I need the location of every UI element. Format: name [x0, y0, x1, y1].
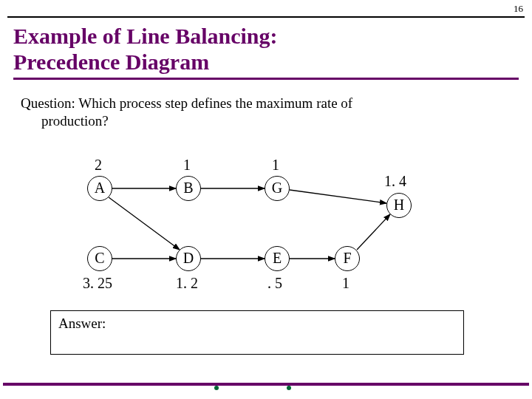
- edge-A-D: [109, 197, 180, 250]
- title-line-2: Precedence Diagram: [13, 50, 209, 74]
- question-line-2: production?: [41, 113, 109, 129]
- answer-box: Answer:: [50, 310, 464, 355]
- time-label-B: 1: [183, 157, 191, 174]
- node-G: G: [265, 176, 290, 201]
- time-label-H: 1. 4: [384, 173, 406, 190]
- slide: 16 Example of Line Balancing: Precedence…: [0, 0, 532, 399]
- time-label-G: 1: [272, 157, 279, 174]
- time-label-E: . 5: [267, 275, 282, 292]
- node-A: A: [87, 176, 112, 201]
- node-D: D: [176, 246, 201, 271]
- title-line-1: Example of Line Balancing:: [13, 24, 278, 48]
- node-H: H: [386, 193, 412, 218]
- question-text: Question: Which process step defines the…: [21, 95, 511, 130]
- question-line-1: Question: Which process step defines the…: [21, 95, 352, 111]
- node-F: F: [335, 246, 360, 271]
- precedence-diagram: 2 1 1 1. 4 A B G H C D E F 3. 25 1. 2 . …: [0, 148, 532, 310]
- node-C: C: [87, 246, 112, 271]
- slide-title: Example of Line Balancing: Precedence Di…: [13, 24, 519, 75]
- answer-label: Answer:: [58, 316, 106, 331]
- time-label-A: 2: [95, 157, 102, 174]
- edge-F-H: [357, 214, 390, 250]
- top-rule: [7, 16, 525, 18]
- page-number: 16: [514, 3, 523, 15]
- title-underline: [13, 78, 519, 80]
- time-label-C: 3. 25: [83, 275, 112, 292]
- diagram-arrows: [0, 148, 532, 310]
- time-label-F: 1: [342, 275, 349, 292]
- node-B: B: [176, 176, 201, 201]
- footer-dots: [0, 386, 532, 393]
- time-label-D: 1. 2: [176, 275, 198, 292]
- title-block: Example of Line Balancing: Precedence Di…: [13, 24, 519, 80]
- node-E: E: [265, 246, 290, 271]
- edge-G-H: [290, 190, 386, 203]
- dot-icon: [287, 386, 291, 390]
- dot-icon: [214, 386, 219, 390]
